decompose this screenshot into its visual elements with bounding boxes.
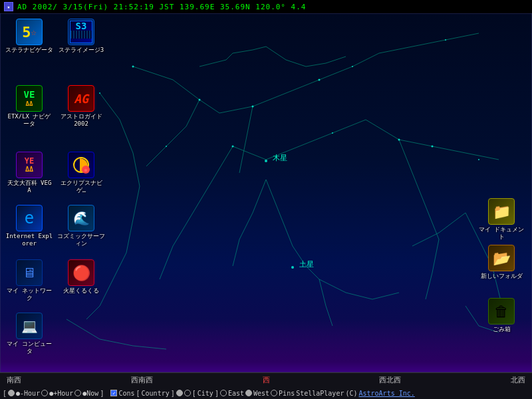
astro-guide-icon[interactable]: AG アストロガイド 2002: [57, 85, 105, 128]
svg-line-58: [412, 233, 439, 246]
svg-line-42: [279, 213, 293, 246]
bracket5: ]: [215, 390, 219, 397]
svg-line-37: [166, 126, 186, 146]
dir-wnw: 西北西: [379, 375, 401, 385]
svg-line-24: [412, 173, 426, 206]
svg-line-1: [173, 80, 200, 100]
svg-point-82: [478, 159, 479, 160]
dir-northwest: 北西: [511, 375, 525, 385]
hour-plus-label: ●+Hour: [49, 390, 73, 397]
svg-line-21: [432, 146, 466, 153]
newfolder-icon[interactable]: 📂 新しいフォルダ: [477, 245, 525, 280]
hour-minus-radio[interactable]: [8, 390, 15, 396]
saturn-label: 土星: [299, 259, 314, 269]
svg-line-35: [86, 306, 100, 319]
cons-checkbox[interactable]: ✓: [110, 390, 117, 396]
svg-line-47: [233, 239, 239, 266]
stella-image-icon[interactable]: S3 ステライメージ3: [57, 19, 105, 54]
svg-line-50: [372, 293, 399, 299]
svg-point-80: [166, 146, 167, 147]
dir-southwest: 南西: [7, 375, 21, 385]
jupiter-label: 木星: [273, 153, 287, 163]
stella-navigator-icon[interactable]: 5☆ ステラナビゲータ: [5, 19, 53, 54]
bracket4: [: [192, 390, 196, 397]
now-group[interactable]: ●Now: [74, 390, 98, 397]
svg-line-67: [326, 57, 346, 63]
bracket-open: [: [3, 390, 7, 397]
svg-point-75: [319, 79, 321, 81]
svg-point-74: [199, 99, 201, 101]
east-label: East: [228, 390, 244, 397]
svg-line-25: [426, 206, 439, 239]
now-label: ●Now: [82, 390, 98, 397]
cons-label: Cons: [118, 390, 134, 397]
svg-point-78: [232, 146, 234, 148]
svg-line-0: [133, 66, 173, 80]
sky-horizon: [0, 319, 532, 372]
svg-line-32: [126, 219, 133, 253]
svg-point-81: [332, 132, 333, 134]
svg-line-18: [160, 246, 173, 279]
now-radio[interactable]: [74, 390, 81, 396]
svg-line-39: [246, 106, 253, 140]
svg-line-22: [466, 153, 499, 160]
player-label: StellaPlayer: [296, 390, 344, 397]
svg-line-49: [346, 293, 372, 299]
bracket3: ]: [171, 390, 175, 397]
west-label: West: [253, 390, 269, 397]
svg-line-53: [466, 213, 479, 239]
svg-line-51: [319, 279, 326, 306]
tenkyo-icon[interactable]: YE ΔΔ 天文大百科 VEGA: [5, 152, 53, 194]
dir-wsw: 西南西: [131, 375, 153, 385]
svg-line-8: [379, 47, 412, 53]
svg-line-31: [133, 186, 140, 219]
svg-line-7: [352, 53, 379, 66]
west-radio[interactable]: [245, 390, 252, 396]
astroarts-link[interactable]: AstroArts Inc.: [359, 390, 415, 397]
svg-point-76: [132, 66, 134, 68]
east-radio[interactable]: [220, 390, 227, 396]
svg-line-23: [399, 140, 412, 173]
svg-point-77: [398, 139, 400, 141]
svg-line-46: [239, 213, 253, 239]
network-icon[interactable]: 🖥 マイ ネットワーク: [5, 259, 53, 302]
svg-line-13: [299, 133, 332, 146]
trash-icon[interactable]: 🗑 ごみ箱: [477, 298, 525, 333]
cosmic-icon[interactable]: 🌊 コズミックサーフィン: [57, 205, 105, 247]
svg-line-10: [446, 33, 479, 40]
svg-line-69: [253, 47, 266, 50]
hour-minus-group[interactable]: ●-Hour: [8, 390, 40, 397]
hour-plus-radio[interactable]: [41, 390, 48, 396]
city-radio1[interactable]: [176, 390, 183, 396]
svg-line-3: [219, 106, 253, 113]
title-bar: ★ AD 2002/ 3/15(Fri) 21:52:19 JST 139.69…: [0, 0, 532, 13]
svg-line-27: [426, 273, 432, 299]
pins-label: Pins: [279, 390, 295, 397]
svg-line-20: [399, 140, 432, 146]
svg-line-68: [233, 50, 253, 53]
eclipse-icon[interactable]: ☆ エクリプスナビゲ…: [57, 152, 105, 194]
svg-line-2: [200, 100, 219, 113]
svg-line-14: [332, 120, 366, 133]
svg-line-57: [439, 213, 466, 233]
ie-icon[interactable]: e Internet Explorer: [5, 205, 53, 247]
mydoc-icon[interactable]: 📁 マイ ドキュメント: [477, 198, 525, 241]
svg-line-17: [173, 213, 193, 246]
svg-point-72: [265, 160, 267, 162]
svg-line-71: [226, 53, 233, 60]
city-radio2[interactable]: [184, 390, 191, 396]
svg-line-5: [286, 80, 319, 93]
svg-point-79: [432, 146, 434, 148]
mars-icon[interactable]: 🔴 火星くるくる: [57, 259, 105, 295]
svg-line-33: [113, 253, 126, 279]
bracket-close: ]: [100, 390, 104, 397]
dir-west: 西: [263, 375, 270, 385]
svg-line-4: [253, 93, 286, 106]
pins-radio[interactable]: [271, 390, 277, 396]
hour-plus-group[interactable]: ●+Hour: [41, 390, 73, 397]
etx-icon[interactable]: VE ΔΔ ETX/LX ナビゲータ: [5, 85, 53, 128]
mypc-icon[interactable]: 💻 マイ コンピュータ: [5, 313, 53, 355]
svg-line-16: [193, 180, 213, 213]
bracket2: [: [136, 390, 140, 397]
svg-line-41: [266, 180, 279, 213]
